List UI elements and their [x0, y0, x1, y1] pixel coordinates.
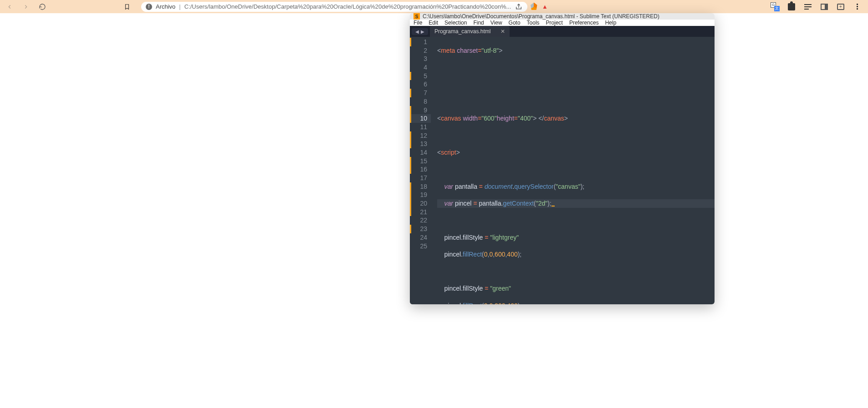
text-cursor — [551, 206, 555, 207]
line-number[interactable]: 6 — [410, 80, 431, 89]
line-number[interactable]: 25 — [410, 242, 431, 251]
code-line — [437, 80, 715, 89]
code-line: <script> — [437, 148, 715, 157]
menubar: File Edit Selection Find View Goto Tools… — [410, 20, 715, 26]
code-line: var pantalla = document.querySelector("c… — [437, 182, 715, 191]
share-icon[interactable] — [515, 3, 523, 11]
brave-rewards-icon[interactable]: ▲ — [540, 2, 549, 11]
code-line: <canvas width="600"height="400"> </canva… — [437, 114, 715, 123]
tab-history-nav[interactable]: ◀▶ — [412, 28, 428, 35]
line-number[interactable]: 13 — [410, 140, 431, 148]
menu-view[interactable]: View — [490, 20, 502, 26]
playlist-icon[interactable] — [803, 2, 812, 11]
menu-help[interactable]: Help — [605, 20, 617, 26]
url-separator: | — [179, 3, 180, 10]
line-number[interactable]: 15 — [410, 157, 431, 166]
menu-selection[interactable]: Selection — [444, 20, 467, 26]
gutter[interactable]: 1 2 3 4 5 6 7 8 9 10 11 12 13 14 15 16 1… — [410, 37, 431, 304]
line-number[interactable]: 9 — [410, 106, 431, 115]
tab-close-icon[interactable]: ✕ — [500, 28, 505, 35]
code-line: pincel.fillRect(0,0,600,400); — [437, 250, 715, 259]
line-number[interactable]: 18 — [410, 182, 431, 191]
reload-button[interactable] — [38, 3, 46, 11]
tab-bar: ◀▶ Programa_canvas.html ✕ — [410, 26, 715, 37]
line-number[interactable]: 7 — [410, 89, 431, 97]
nav-controls — [3, 3, 46, 11]
extensions-icon[interactable] — [787, 2, 796, 11]
code-line: pincel.fillStyle = "lightgrey" — [437, 233, 715, 242]
menu-file[interactable]: File — [414, 20, 422, 26]
code-line: <meta charset="utf-8"> — [437, 46, 715, 55]
line-number[interactable]: 4 — [410, 63, 431, 72]
line-number[interactable]: 21 — [410, 208, 431, 217]
new-tab-icon[interactable]: + — [836, 2, 845, 11]
url-text: C:/Users/lambo/OneDrive/Desktop/Carpeta%… — [184, 3, 511, 10]
code-area[interactable]: <meta charset="utf-8"> <canvas width="60… — [431, 37, 715, 304]
translate-icon[interactable]: G文 — [771, 2, 780, 11]
menu-goto[interactable]: Goto — [509, 20, 521, 26]
code-line: pincel.fillRect(0,0,200,400); — [437, 302, 715, 304]
line-number[interactable]: 1 — [410, 38, 431, 46]
line-number[interactable]: 22 — [410, 216, 431, 225]
file-tab[interactable]: Programa_canvas.html ✕ — [430, 26, 510, 37]
line-number[interactable]: 20 — [410, 199, 431, 208]
tab-back-icon[interactable]: ◀ — [414, 29, 420, 34]
code-line — [437, 217, 715, 225]
code-line — [437, 165, 715, 174]
code-line — [437, 97, 715, 106]
line-number[interactable]: 17 — [410, 174, 431, 182]
line-number[interactable]: 8 — [410, 97, 431, 106]
line-number[interactable]: 5 — [410, 72, 431, 81]
menu-project[interactable]: Project — [546, 20, 563, 26]
menu-edit[interactable]: Edit — [429, 20, 438, 26]
window-title: C:\Users\lambo\OneDrive\Documentos\Progr… — [423, 13, 659, 20]
menu-tools[interactable]: Tools — [527, 20, 540, 26]
sublime-window: S C:\Users\lambo\OneDrive\Documentos\Pro… — [410, 13, 715, 304]
line-number[interactable]: 24 — [410, 233, 431, 242]
sidebar-toggle-icon[interactable] — [820, 2, 829, 11]
line-number[interactable]: 14 — [410, 148, 431, 157]
tab-forward-icon[interactable]: ▶ — [420, 29, 425, 34]
browser-toolbar: ! Archivo | C:/Users/lambo/OneDrive/Desk… — [0, 0, 868, 13]
site-info-icon[interactable]: ! — [146, 4, 152, 10]
brave-shield-icon[interactable] — [529, 2, 538, 11]
window-titlebar[interactable]: S C:\Users\lambo\OneDrive\Documentos\Pro… — [410, 13, 715, 20]
editor-body: 1 2 3 4 5 6 7 8 9 10 11 12 13 14 15 16 1… — [410, 37, 715, 304]
address-bar[interactable]: ! Archivo | C:/Users/lambo/OneDrive/Desk… — [141, 2, 527, 12]
line-number[interactable]: 23 — [410, 225, 431, 233]
bookmark-icon[interactable] — [123, 3, 131, 11]
menu-preferences[interactable]: Preferences — [569, 20, 599, 26]
forward-button[interactable] — [22, 3, 30, 11]
line-number[interactable]: 19 — [410, 191, 431, 199]
sublime-logo-icon: S — [414, 13, 420, 20]
toolbar-right: G文 + — [767, 2, 865, 11]
line-number[interactable]: 3 — [410, 55, 431, 63]
line-number[interactable]: 2 — [410, 46, 431, 55]
line-number[interactable]: 16 — [410, 165, 431, 174]
line-number[interactable]: 11 — [410, 123, 431, 131]
code-line — [437, 131, 715, 140]
code-line — [437, 267, 715, 276]
code-line — [437, 63, 715, 72]
line-number[interactable]: 12 — [410, 131, 431, 140]
code-line: var pincel = pantalla.getContext("2d"); — [437, 199, 715, 208]
line-number[interactable]: 10 — [410, 114, 431, 123]
menu-find[interactable]: Find — [473, 20, 484, 26]
code-line: pincel.fillStyle = "green" — [437, 284, 715, 293]
tab-label: Programa_canvas.html — [434, 28, 490, 35]
back-button[interactable] — [5, 3, 14, 11]
url-scheme: Archivo — [156, 3, 175, 10]
app-menu-icon[interactable] — [853, 2, 862, 11]
